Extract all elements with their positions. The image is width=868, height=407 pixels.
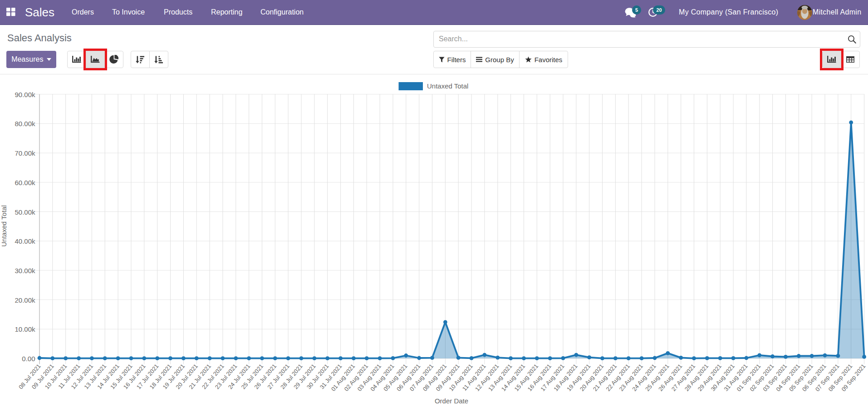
svg-text:50.00k: 50.00k <box>15 208 35 216</box>
svg-text:20.00k: 20.00k <box>15 296 35 304</box>
svg-text:30.00k: 30.00k <box>15 267 35 275</box>
svg-text:40.00k: 40.00k <box>15 237 35 245</box>
svg-text:0.00: 0.00 <box>22 355 35 363</box>
svg-text:Untaxed Total: Untaxed Total <box>427 82 468 90</box>
svg-text:10.00k: 10.00k <box>15 325 35 333</box>
svg-text:70.00k: 70.00k <box>15 149 35 157</box>
svg-text:Order Date: Order Date <box>435 397 468 405</box>
svg-text:60.00k: 60.00k <box>15 179 35 186</box>
svg-text:90.00k: 90.00k <box>15 91 35 98</box>
svg-text:Untaxed Total: Untaxed Total <box>0 205 8 246</box>
svg-text:80.00k: 80.00k <box>15 120 35 127</box>
